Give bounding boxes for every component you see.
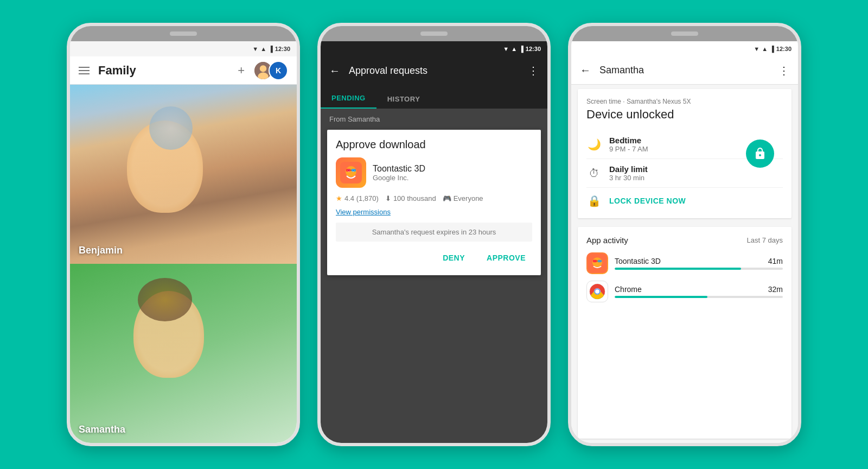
more-button-3[interactable]: ⋮ [778, 64, 789, 77]
phone-1-screen: Family + K [70, 56, 297, 443]
battery-icon-2: ▐ [519, 46, 524, 52]
phone-1-speaker [170, 31, 197, 36]
activity-header: App activity Last 7 days [586, 236, 783, 245]
approve-button[interactable]: APPROVE [480, 249, 532, 267]
phone-2-screen: ← Approval requests ⋮ PENDING HISTORY Fr… [321, 56, 547, 443]
downloads-value: 100 thousand [393, 194, 436, 202]
phone-1-status-bar: ▼ ▲ ▐ 12:30 [70, 41, 297, 56]
svg-rect-15 [598, 260, 602, 263]
phone-1-toolbar: Family + K [70, 56, 297, 85]
photo-benjamin[interactable]: Benjamin [70, 85, 297, 264]
chrome-time: 32m [768, 285, 783, 294]
screen-time-card-inner: Screen time · Samantha's Nexus 5X Device… [586, 98, 783, 210]
rating-item: ★ 4.4 (1,870) [336, 194, 379, 202]
phone-3-status-bar: ▼ ▲ ▐ 12:30 [571, 41, 798, 56]
svg-point-13 [592, 257, 602, 267]
toontastic-progress-bg [615, 268, 783, 270]
content-icon: 🎮 [443, 194, 451, 202]
phone-3-top-bar [571, 26, 798, 41]
menu-button[interactable] [79, 67, 90, 74]
add-member-button[interactable]: + [238, 64, 245, 78]
chrome-progress-fill [615, 296, 707, 298]
app-row-chrome: Chrome 32m [586, 281, 783, 302]
activity-period: Last 7 days [747, 236, 783, 244]
phone-2-speaker [420, 31, 448, 36]
samantha-toolbar-title: Samantha [599, 65, 770, 76]
avatar-k: K [269, 61, 288, 80]
app-developer: Google Inc. [373, 174, 425, 182]
wifi-icon-2: ▼ [503, 46, 509, 52]
app-name: Toontastic 3D [373, 164, 425, 174]
toolbar-title-2: Approval requests [349, 65, 519, 77]
battery-icon-3: ▐ [770, 46, 774, 52]
app-row-toontastic: Toontastic 3D 41m [586, 252, 783, 274]
chrome-info: Chrome 32m [615, 285, 783, 298]
tab-pending[interactable]: PENDING [321, 88, 376, 109]
downloads-item: ⬇ 100 thousand [385, 194, 436, 202]
family-title: Family [98, 64, 229, 78]
avatar-group: K [253, 61, 288, 80]
card-actions: DENY APPROVE [336, 249, 532, 267]
phone-3-status-icons: ▼ ▲ ▐ 12:30 [754, 46, 792, 52]
phone-3-screen: ← Samantha ⋮ Screen time · Samantha's Ne… [571, 56, 798, 443]
toontastic-info: Toontastic 3D 41m [615, 257, 783, 270]
phone-1: ▼ ▲ ▐ 12:30 Family + [67, 23, 300, 446]
clock-3: 12:30 [776, 46, 792, 52]
wifi-icon-3: ▼ [754, 46, 760, 52]
view-permissions-link[interactable]: View permissions [336, 208, 532, 216]
phone-1-top-bar [70, 26, 297, 41]
wifi-icon: ▼ [252, 46, 258, 52]
toontastic-time: 41m [768, 257, 783, 265]
phone-2-top-bar [321, 26, 547, 41]
clock-2: 12:30 [526, 46, 541, 52]
lock-fab[interactable] [746, 140, 774, 168]
phone-2-toolbar: ← Approval requests ⋮ [321, 56, 547, 85]
chrome-icon [586, 281, 608, 302]
chrome-progress-bg [615, 296, 783, 298]
more-button-2[interactable]: ⋮ [528, 64, 539, 77]
back-button-3[interactable]: ← [580, 64, 591, 77]
tab-bar: PENDING HISTORY [321, 85, 547, 109]
benjamin-label: Benjamin [79, 245, 123, 256]
expiry-notice: Samantha's request expires in 23 hours [336, 223, 532, 242]
lock-device-row: 🔒 LOCK DEVICE NOW [586, 188, 783, 210]
svg-rect-9 [346, 169, 350, 172]
signal-icon-2: ▲ [511, 46, 517, 52]
app-info-row: Toontastic 3D Google Inc. [336, 157, 532, 188]
clock: 12:30 [275, 46, 290, 52]
chrome-name-row: Chrome 32m [615, 285, 783, 294]
phone-2-status-icons: ▼ ▲ ▐ 12:30 [503, 46, 541, 52]
tab-history[interactable]: HISTORY [376, 90, 431, 109]
photo-list: Benjamin Samantha [70, 85, 297, 443]
daily-limit-value: 3 hr 30 min [609, 174, 783, 182]
back-button-2[interactable]: ← [329, 65, 340, 77]
photo-samantha[interactable]: Samantha [70, 264, 297, 443]
phone-3-toolbar: ← Samantha ⋮ [571, 56, 798, 85]
activity-title: App activity [586, 236, 628, 245]
app-meta: ★ 4.4 (1,870) ⬇ 100 thousand 🎮 Everyone [336, 194, 532, 202]
daily-limit-icon: ⏱ [586, 167, 602, 180]
svg-point-21 [595, 289, 599, 294]
device-status: Device unlocked [586, 107, 783, 122]
lock-now-button[interactable]: LOCK DEVICE NOW [609, 197, 686, 205]
download-icon: ⬇ [385, 194, 391, 202]
phone-1-status-icons: ▼ ▲ ▐ 12:30 [252, 46, 290, 52]
deny-button[interactable]: DENY [436, 249, 471, 267]
toontastic-progress-fill [615, 268, 741, 270]
svg-point-1 [260, 65, 266, 72]
phone-2: ▼ ▲ ▐ 12:30 ← Approval requests ⋮ PENDIN… [317, 23, 551, 446]
phone-3: ▼ ▲ ▐ 12:30 ← Samantha ⋮ Screen time · S… [568, 23, 801, 446]
toontastic-name-row: Toontastic 3D 41m [615, 257, 783, 265]
phone-2-status-bar: ▼ ▲ ▐ 12:30 [321, 41, 547, 56]
signal-icon-3: ▲ [762, 46, 768, 52]
signal-icon: ▲ [260, 46, 266, 52]
app-details: Toontastic 3D Google Inc. [373, 164, 425, 182]
toontastic-name: Toontastic 3D [615, 257, 661, 265]
from-label: From Samantha [321, 109, 547, 130]
content-rating-value: Everyone [454, 194, 483, 202]
battery-icon: ▐ [269, 46, 273, 52]
phone-3-speaker [671, 31, 698, 36]
screen-time-label: Screen time · Samantha's Nexus 5X [586, 98, 783, 105]
bedtime-icon: 🌙 [586, 138, 602, 151]
svg-point-2 [258, 72, 269, 80]
